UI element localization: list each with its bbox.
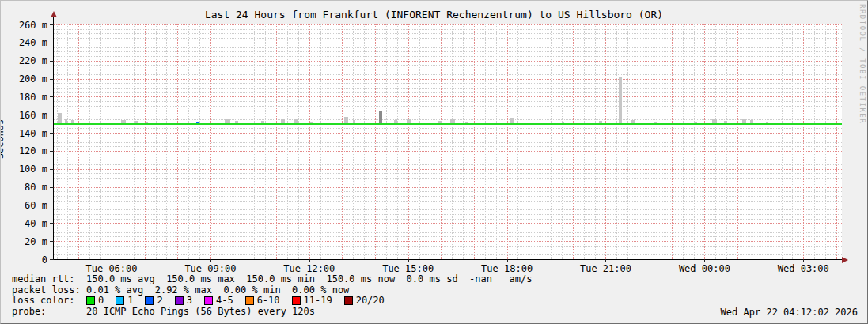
smoke-spike bbox=[619, 77, 622, 123]
y-tick-label: 80 m bbox=[1, 182, 47, 193]
y-tick-label: 260 m bbox=[1, 20, 47, 31]
gridline-h-major bbox=[54, 187, 842, 188]
y-tick-label: 100 m bbox=[1, 164, 47, 175]
y-tick-mark bbox=[50, 133, 54, 134]
plot-area bbox=[54, 24, 842, 259]
x-tick-mark bbox=[507, 259, 508, 262]
probe-value: 20 ICMP Echo Pings (56 Bytes) every 120s bbox=[86, 307, 315, 318]
gridline-v-minor bbox=[386, 24, 387, 259]
gridline-h-minor bbox=[54, 138, 842, 138]
loss-color-swatch bbox=[204, 296, 213, 305]
loss-color-swatch bbox=[344, 296, 353, 305]
gridline-v-major bbox=[836, 24, 837, 259]
gridline-h-major bbox=[54, 61, 842, 62]
gridline-h-minor bbox=[54, 146, 842, 147]
gridline-v-major bbox=[704, 24, 705, 259]
gridline-v-minor bbox=[485, 24, 486, 259]
y-tick-mark bbox=[50, 43, 54, 43]
loss-color-value: 1 bbox=[127, 296, 133, 307]
gridline-v-major bbox=[672, 24, 673, 259]
y-tick-label: 120 m bbox=[1, 145, 47, 156]
gridline-v-minor bbox=[749, 24, 749, 259]
y-tick-mark bbox=[50, 205, 54, 205]
y-tick-mark bbox=[50, 169, 54, 170]
y-tick-mark bbox=[50, 151, 54, 152]
gridline-v-minor bbox=[156, 24, 157, 259]
gridline-h-minor bbox=[54, 178, 842, 179]
gridline-h-minor bbox=[54, 191, 842, 192]
gridline-v-major bbox=[605, 24, 606, 259]
gridline-v-minor bbox=[792, 24, 793, 259]
gridline-h-minor bbox=[54, 173, 842, 174]
y-tick-mark bbox=[50, 79, 54, 80]
gridline-v-minor bbox=[694, 24, 695, 259]
gridline-v-major bbox=[309, 24, 310, 259]
gridline-v-minor bbox=[254, 24, 255, 259]
gridline-v-minor bbox=[298, 24, 299, 259]
gridline-h-major bbox=[54, 24, 842, 25]
y-tick-mark bbox=[50, 241, 54, 242]
gridline-v-minor bbox=[452, 24, 453, 259]
gridline-v-major bbox=[474, 24, 475, 259]
gridline-v-minor bbox=[430, 24, 430, 259]
y-tick-mark bbox=[50, 61, 54, 62]
x-tick-label: Wed 00:00 bbox=[679, 263, 730, 274]
gridline-h-minor bbox=[54, 33, 842, 34]
gridline-v-minor bbox=[397, 24, 398, 259]
gridline-v-major bbox=[441, 24, 442, 259]
y-tick-mark bbox=[50, 187, 54, 188]
gridline-h-minor bbox=[54, 209, 842, 210]
loss-color-item: 1 bbox=[116, 296, 133, 307]
x-tick-mark bbox=[803, 259, 804, 262]
gridline-v-minor bbox=[199, 24, 200, 259]
probe-row: probe:20 ICMP Echo Pings (56 Bytes) ever… bbox=[12, 307, 533, 318]
x-tick-label: Tue 09:00 bbox=[184, 263, 236, 274]
loss-color-value: 4-5 bbox=[216, 296, 233, 307]
loss-color-swatch bbox=[175, 296, 184, 305]
gridline-v-minor bbox=[627, 24, 628, 259]
gridline-v-minor bbox=[353, 24, 354, 259]
x-tick-mark bbox=[210, 259, 211, 262]
gridline-v-minor bbox=[715, 24, 716, 259]
gridline-v-minor bbox=[332, 24, 332, 259]
gridline-v-minor bbox=[100, 24, 101, 259]
gridline-v-minor bbox=[825, 24, 826, 259]
loss-color-value: 6-10 bbox=[257, 296, 280, 307]
gridline-h-major bbox=[54, 133, 842, 134]
gridline-v-major bbox=[737, 24, 738, 259]
y-tick-label: 140 m bbox=[1, 128, 47, 139]
loss-color-swatch bbox=[145, 296, 154, 305]
gridline-h-major bbox=[54, 96, 842, 97]
median-rtt-row: median rtt:150.0 ms avg 150.0 ms max 150… bbox=[12, 274, 533, 285]
gridline-v-minor bbox=[364, 24, 365, 259]
gridline-v-major bbox=[145, 24, 146, 259]
gridline-v-minor bbox=[584, 24, 585, 259]
gridline-v-major bbox=[803, 24, 804, 259]
y-tick-label: 40 m bbox=[1, 218, 47, 229]
y-tick-mark bbox=[50, 115, 54, 115]
gridline-h-minor bbox=[54, 83, 842, 84]
gridline-v-minor bbox=[67, 24, 68, 259]
gridline-h-minor bbox=[54, 228, 842, 228]
gridline-h-minor bbox=[54, 65, 842, 66]
gridline-h-minor bbox=[54, 142, 842, 143]
x-tick-label: Tue 21:00 bbox=[580, 263, 631, 274]
loss-color-value: 2 bbox=[157, 296, 162, 307]
gridline-h-minor bbox=[54, 106, 842, 107]
gridline-v-minor bbox=[287, 24, 288, 259]
gridline-v-minor bbox=[123, 24, 123, 259]
x-axis-line bbox=[53, 259, 844, 260]
gridline-v-major bbox=[540, 24, 540, 259]
loss-color-item: 0 bbox=[86, 296, 104, 307]
gridline-v-major bbox=[177, 24, 178, 259]
loss-color-swatch bbox=[86, 296, 95, 305]
loss-color-swatch bbox=[116, 296, 124, 305]
x-tick-label: Wed 03:00 bbox=[778, 263, 829, 274]
gridline-h-minor bbox=[54, 164, 842, 165]
x-tick-label: Tue 18:00 bbox=[481, 263, 533, 274]
gridline-h-minor bbox=[54, 111, 842, 111]
y-tick-label: 20 m bbox=[1, 236, 47, 247]
y-tick-label: 180 m bbox=[1, 92, 47, 103]
generation-timestamp: Wed Apr 22 04:12:02 2026 bbox=[721, 307, 858, 318]
gridline-h-minor bbox=[54, 214, 842, 215]
